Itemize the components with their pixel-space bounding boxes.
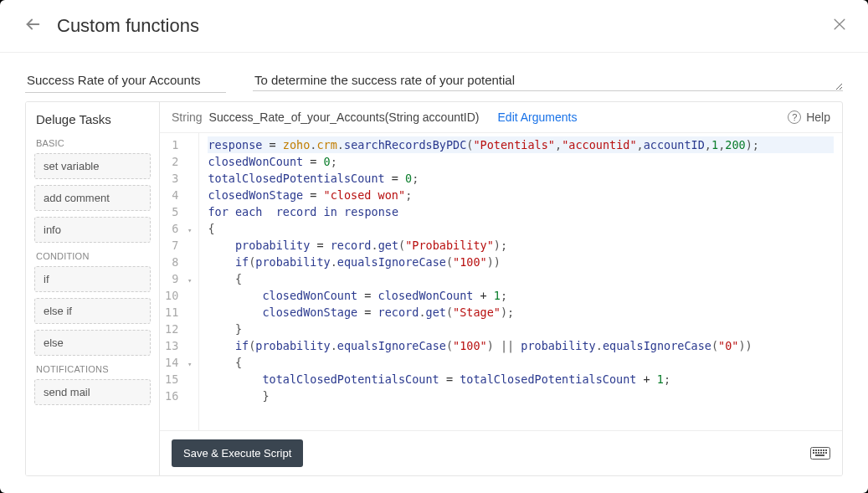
function-signature: Success_Rate_of_your_Accounts(String acc… bbox=[209, 110, 480, 124]
sidebar-section-label: BASIC bbox=[36, 138, 151, 148]
svg-rect-5 bbox=[815, 449, 817, 451]
code-line[interactable]: totalClosedPotentialsCount = totalClosed… bbox=[208, 371, 834, 388]
code-line[interactable]: if(probability.equalsIgnoreCase("100")) bbox=[208, 254, 834, 270]
code-line[interactable]: closedWonStage = "closed won"; bbox=[208, 187, 834, 203]
function-description-input[interactable]: To determine the success rate of your po… bbox=[253, 68, 843, 91]
deluge-tasks-sidebar: Deluge Tasks BASICset variableadd commen… bbox=[26, 102, 160, 475]
svg-rect-14 bbox=[823, 452, 824, 454]
function-name-input[interactable] bbox=[25, 68, 226, 93]
task-chip-add-comment[interactable]: add comment bbox=[34, 185, 151, 211]
task-chip-if[interactable]: if bbox=[34, 266, 151, 292]
help-label: Help bbox=[806, 110, 830, 124]
svg-rect-13 bbox=[820, 452, 822, 454]
line-number-gutter: 1 2 3 4 5 6 ▾7 8 9 ▾10 11 12 13 14 ▾15 1… bbox=[160, 133, 199, 430]
code-line[interactable]: { bbox=[208, 354, 834, 371]
task-chip-else[interactable]: else bbox=[34, 330, 151, 356]
sidebar-title: Deluge Tasks bbox=[34, 112, 151, 126]
svg-rect-4 bbox=[813, 449, 814, 451]
code-editor[interactable]: 1 2 3 4 5 6 ▾7 8 9 ▾10 11 12 13 14 ▾15 1… bbox=[160, 132, 842, 430]
dialog-title: Custom functions bbox=[57, 15, 831, 37]
code-body[interactable]: response = zoho.crm.searchRecordsByPDC("… bbox=[199, 133, 842, 430]
editor-footer: Save & Execute Script bbox=[160, 430, 842, 475]
code-line[interactable]: for each record in response bbox=[208, 203, 834, 220]
code-line[interactable]: closedWonCount = 0; bbox=[208, 153, 834, 170]
help-button[interactable]: ? Help bbox=[788, 110, 830, 124]
sidebar-section-label: CONDITION bbox=[36, 251, 151, 261]
task-chip-set-variable[interactable]: set variable bbox=[34, 153, 151, 179]
code-line[interactable]: closedWonCount = closedWonCount + 1; bbox=[208, 287, 834, 304]
code-line[interactable]: } bbox=[208, 388, 834, 404]
titlebar: Custom functions bbox=[0, 0, 868, 53]
svg-rect-9 bbox=[825, 449, 827, 451]
code-line[interactable]: totalClosedPotentialsCount = 0; bbox=[208, 170, 834, 187]
save-execute-button[interactable]: Save & Execute Script bbox=[172, 439, 303, 467]
code-line[interactable]: if(probability.equalsIgnoreCase("100") |… bbox=[208, 337, 834, 354]
signature-row: String Success_Rate_of_your_Accounts(Str… bbox=[160, 102, 842, 132]
svg-rect-7 bbox=[820, 449, 822, 451]
svg-rect-10 bbox=[813, 452, 814, 454]
code-line[interactable]: } bbox=[208, 321, 834, 337]
code-line[interactable]: { bbox=[208, 220, 834, 237]
editor-main: String Success_Rate_of_your_Accounts(Str… bbox=[160, 102, 842, 475]
edit-arguments-link[interactable]: Edit Arguments bbox=[498, 110, 578, 124]
code-line[interactable]: { bbox=[208, 270, 834, 287]
svg-rect-6 bbox=[818, 449, 819, 451]
code-line[interactable]: probability = record.get("Probability"); bbox=[208, 237, 834, 254]
close-icon[interactable] bbox=[831, 16, 848, 36]
svg-rect-8 bbox=[823, 449, 824, 451]
code-line[interactable]: closedWonStage = record.get("Stage"); bbox=[208, 304, 834, 321]
editor-area: Deluge Tasks BASICset variableadd commen… bbox=[25, 101, 843, 476]
svg-rect-15 bbox=[825, 452, 827, 454]
back-icon[interactable] bbox=[23, 15, 42, 37]
return-type: String bbox=[172, 110, 203, 124]
code-line[interactable]: response = zoho.crm.searchRecordsByPDC("… bbox=[208, 136, 834, 153]
svg-rect-11 bbox=[815, 452, 817, 454]
sidebar-section-label: NOTIFICATIONS bbox=[36, 364, 151, 374]
svg-rect-16 bbox=[815, 454, 824, 456]
task-chip-info[interactable]: info bbox=[34, 217, 151, 243]
custom-functions-dialog: Custom functions To determine the succes… bbox=[0, 0, 868, 493]
help-icon: ? bbox=[788, 110, 801, 124]
keyboard-icon[interactable] bbox=[810, 444, 830, 463]
svg-rect-12 bbox=[818, 452, 819, 454]
function-meta-row: To determine the success rate of your po… bbox=[0, 53, 868, 101]
task-chip-else-if[interactable]: else if bbox=[34, 298, 151, 324]
task-chip-send-mail[interactable]: send mail bbox=[34, 379, 151, 405]
